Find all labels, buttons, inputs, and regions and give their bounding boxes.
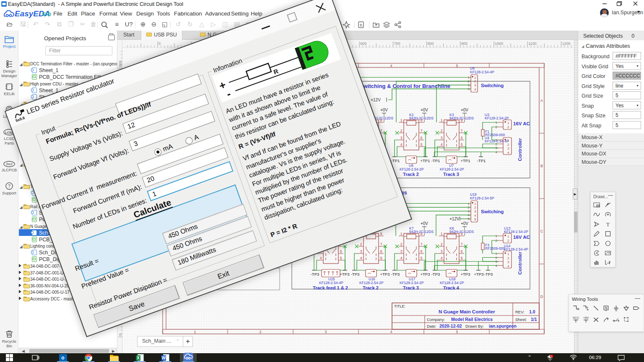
svg-text:5x0.6: 5x0.6 [15, 116, 26, 123]
svg-text:VCC: VCC [573, 316, 579, 320]
svg-text:R: R [273, 67, 279, 76]
svg-text:B: B [360, 23, 362, 27]
svg-text:J=LC: J=LC [6, 163, 13, 165]
svg-text:1: 1 [551, 355, 553, 358]
svg-text:T: T [606, 221, 610, 228]
svg-text:+5V: +5V [583, 316, 589, 320]
svg-text:-: - [225, 87, 232, 100]
svg-text:W: W [161, 356, 166, 360]
svg-text:X: X [137, 356, 140, 360]
svg-text:N: N [605, 306, 607, 310]
svg-text:1: 1 [617, 318, 619, 321]
svg-text:?: ? [8, 184, 10, 189]
